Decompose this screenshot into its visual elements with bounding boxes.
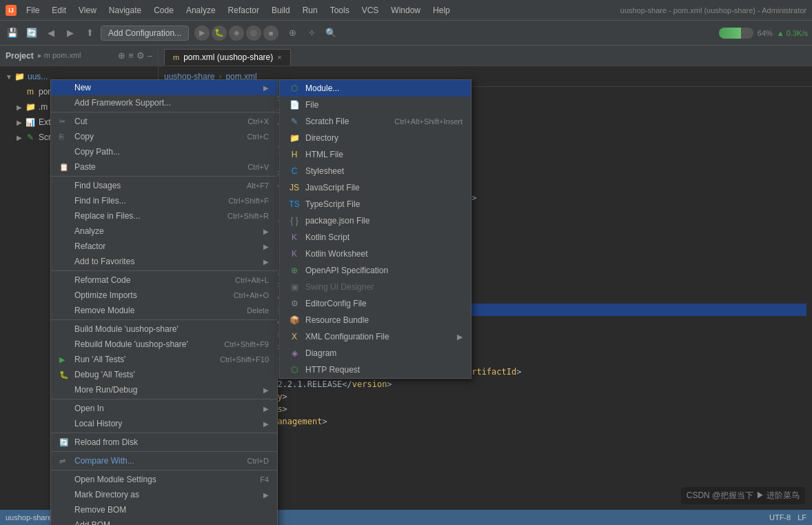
http-icon: ⬡ xyxy=(287,364,301,375)
ctx-item-new[interactable]: New ▶ ⬡ Module... 📄 File ✎ Scratch File … xyxy=(51,80,277,95)
cut-icon: ✂ xyxy=(59,117,70,126)
ctx-item-rebuild[interactable]: Rebuild Module 'uushop-share' Ctrl+Shift… xyxy=(51,337,277,352)
menu-refactor[interactable]: Refactor xyxy=(223,4,265,17)
nav-forward-btn[interactable]: ▶ xyxy=(62,25,79,41)
submenu-swing: ▣ Swing UI Designer xyxy=(279,279,471,295)
run-button[interactable]: ▶ xyxy=(194,26,210,41)
submenu-js-label: JavaScript File xyxy=(305,183,463,192)
menu-build[interactable]: Build xyxy=(266,4,296,17)
ctx-modulesettings-shortcut: F4 xyxy=(260,475,269,484)
add-configuration-button[interactable]: Add Configuration... xyxy=(101,26,189,41)
ctx-sep-4 xyxy=(51,319,277,320)
submenu-openapi[interactable]: ⊕ OpenAPI Specification xyxy=(279,262,471,279)
ctx-replaceinfiles-label: Replace in Files... xyxy=(74,211,214,221)
submenu-scratch-shortcut: Ctrl+Alt+Shift+Insert xyxy=(394,117,463,126)
ctx-item-copy[interactable]: ⎘ Copy Ctrl+C xyxy=(51,129,277,144)
menu-edit[interactable]: Edit xyxy=(46,4,72,17)
toolbar-sync-btn[interactable]: 🔄 xyxy=(23,25,40,41)
ctx-item-framework[interactable]: Add Framework Support... xyxy=(51,95,277,110)
submenu-kotlin-script[interactable]: K Kotlin Script xyxy=(279,229,471,246)
coverage-button[interactable]: ◎ xyxy=(246,26,261,41)
profile-button[interactable]: ◈ xyxy=(229,26,244,41)
ctx-paste-shortcut: Ctrl+V xyxy=(247,163,269,171)
ctx-item-reformat[interactable]: Reformat Code Ctrl+Alt+L xyxy=(51,273,277,288)
submenu-css[interactable]: C Stylesheet xyxy=(279,163,471,179)
submenu-ts[interactable]: TS TypeScript File xyxy=(279,196,471,212)
ctx-item-compare[interactable]: ⇌ Compare With... Ctrl+D xyxy=(51,453,277,468)
submenu-bundle[interactable]: 📦 Resource Bundle xyxy=(279,312,471,328)
toolbar-save-btn[interactable]: 💾 xyxy=(4,25,21,41)
arrow-icon: ▶ xyxy=(17,134,25,141)
watermark-text2: 进阶菜鸟 xyxy=(767,491,800,500)
ctx-item-copypath[interactable]: Copy Path... xyxy=(51,144,277,159)
ctx-item-addbom[interactable]: Add BOM xyxy=(51,517,277,525)
menu-view[interactable]: View xyxy=(73,4,102,17)
editor-tab-pom[interactable]: m pom.xml (uushop-share) × xyxy=(164,49,291,66)
submenu-kotlin-worksheet[interactable]: K Kotlin Worksheet xyxy=(279,246,471,262)
submenu-diagram[interactable]: ◈ Diagram xyxy=(279,345,471,361)
submenu-packagejson[interactable]: { } package.json File xyxy=(279,212,471,229)
ctx-sep-2 xyxy=(51,176,277,177)
ctx-item-runall[interactable]: ▶ Run 'All Tests' Ctrl+Shift+F10 xyxy=(51,352,277,367)
submenu-http[interactable]: ⬡ HTTP Request xyxy=(279,361,471,378)
ctx-compare-label: Compare With... xyxy=(74,456,234,466)
settings-icon[interactable]: ⚙ xyxy=(136,50,145,61)
submenu-directory[interactable]: 📁 Directory xyxy=(279,130,471,146)
ctx-item-findusages[interactable]: Find Usages Alt+F7 xyxy=(51,178,277,193)
status-encoding[interactable]: UTF-8 xyxy=(769,513,791,522)
menu-help[interactable]: Help xyxy=(427,4,456,17)
ctx-item-favorites[interactable]: Add to Favorites ▶ xyxy=(51,254,277,269)
menu-file[interactable]: File xyxy=(21,4,45,17)
sidebar-item-m-label: .m xyxy=(39,102,48,112)
submenu-file[interactable]: 📄 File xyxy=(279,97,471,113)
ctx-rebuild-shortcut: Ctrl+Shift+F9 xyxy=(224,340,269,348)
submenu-js[interactable]: JS JavaScript File xyxy=(279,179,471,196)
ctx-new-label: New xyxy=(74,83,259,92)
menu-run[interactable]: Run xyxy=(297,4,323,17)
locate-icon[interactable]: ⊕ xyxy=(118,50,125,61)
ctx-item-markdir[interactable]: Mark Directory as ▶ xyxy=(51,487,277,502)
menu-analyze[interactable]: Analyze xyxy=(181,4,221,17)
submenu-html[interactable]: H HTML File xyxy=(279,146,471,163)
submenu-xml[interactable]: X XML Configuration File ▶ xyxy=(279,328,471,345)
submenu-module[interactable]: ⬡ Module... xyxy=(279,80,471,97)
ctx-item-debugall[interactable]: 🐛 Debug 'All Tests' xyxy=(51,367,277,382)
ctx-item-reload[interactable]: 🔄 Reload from Disk xyxy=(51,435,277,450)
tab-close-btn[interactable]: × xyxy=(277,53,281,61)
menu-code[interactable]: Code xyxy=(148,4,179,17)
menu-tools[interactable]: Tools xyxy=(325,4,355,17)
ctx-item-replaceinfiles[interactable]: Replace in Files... Ctrl+Shift+R xyxy=(51,208,277,224)
menu-vcs[interactable]: VCS xyxy=(356,4,385,17)
ctx-item-openin[interactable]: Open In ▶ xyxy=(51,401,277,416)
ctx-item-removemodule[interactable]: Remove Module Delete xyxy=(51,303,277,318)
context-menu: New ▶ ⬡ Module... 📄 File ✎ Scratch File … xyxy=(50,79,278,525)
nav-back-btn[interactable]: ◀ xyxy=(43,25,59,41)
ctx-item-build[interactable]: Build Module 'uushop-share' xyxy=(51,321,277,337)
menu-window[interactable]: Window xyxy=(385,4,426,17)
ctx-item-analyze[interactable]: Analyze ▶ xyxy=(51,224,277,239)
ctx-item-cut[interactable]: ✂ Cut Ctrl+X xyxy=(51,114,277,129)
ctx-item-findinfiles[interactable]: Find in Files... Ctrl+Shift+F xyxy=(51,193,277,208)
toolbar-extra-2[interactable]: ✧ xyxy=(303,25,320,41)
ctx-item-optimize[interactable]: Optimize Imports Ctrl+Alt+O xyxy=(51,288,277,303)
nav-up-btn[interactable]: ⬆ xyxy=(81,25,98,41)
status-right: UTF-8 LF xyxy=(769,513,806,522)
stop-button[interactable]: ■ xyxy=(263,26,278,41)
ctx-item-localhistory[interactable]: Local History ▶ xyxy=(51,416,277,431)
ctx-item-refactor[interactable]: Refactor ▶ xyxy=(51,239,277,254)
ctx-cut-shortcut: Ctrl+X xyxy=(247,117,269,126)
menu-navigate[interactable]: Navigate xyxy=(103,4,147,17)
submenu-scratch[interactable]: ✎ Scratch File Ctrl+Alt+Shift+Insert xyxy=(279,113,471,130)
ctx-item-modulesettings[interactable]: Open Module Settings F4 xyxy=(51,472,277,487)
debug-button[interactable]: 🐛 xyxy=(212,26,227,41)
ctx-item-removebom[interactable]: Remove BOM xyxy=(51,502,277,517)
submenu-file-label: File xyxy=(305,100,463,110)
submenu-editorconfig[interactable]: ⚙ EditorConfig File xyxy=(279,295,471,312)
toolbar-extra-1[interactable]: ⊕ xyxy=(284,25,301,41)
hide-icon[interactable]: – xyxy=(148,50,152,61)
ctx-item-morerun[interactable]: More Run/Debug ▶ xyxy=(51,382,277,397)
status-line-sep[interactable]: LF xyxy=(798,513,806,522)
ctx-item-paste[interactable]: 📋 Paste Ctrl+V xyxy=(51,159,277,175)
toolbar-search[interactable]: 🔍 xyxy=(323,25,339,41)
collapse-icon[interactable]: ≡ xyxy=(128,50,134,61)
